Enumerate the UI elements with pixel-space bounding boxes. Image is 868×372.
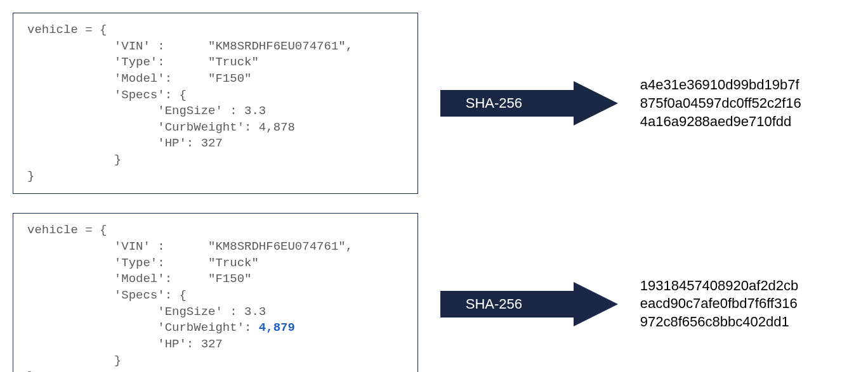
code-line: vehicle = { <box>27 223 107 237</box>
code-line: 'CurbWeight': 4,878 <box>27 120 295 134</box>
code-line: 'EngSize' : 3.3 <box>27 104 266 118</box>
hash-output-1: a4e31e36910d99bd19b7f 875f0a04597dc0ff52… <box>640 76 855 131</box>
code-line: 'Type': "Truck" <box>27 55 259 69</box>
code-line: 'VIN' : "KM8SRDHF6EU074761", <box>27 39 353 53</box>
code-line: 'Model': "F150" <box>27 272 251 286</box>
code-line: 'Model': "F150" <box>27 72 251 86</box>
arrow-label: SHA-256 <box>466 95 522 112</box>
code-line: 'CurbWeight': <box>27 321 259 335</box>
hash-output-2: 19318457408920af2d2cb eacd90c7afe0fbd7f6… <box>640 277 855 331</box>
code-line: 'EngSize' : 3.3 <box>27 305 266 319</box>
code-line: } <box>27 169 34 183</box>
hash-line: 875f0a04597dc0ff52c2f16 <box>640 94 855 113</box>
hash-example-row-1: vehicle = { 'VIN' : "KM8SRDHF6EU074761",… <box>13 13 855 194</box>
hash-line: eacd90c7afe0fbd7f6ff316 <box>640 295 855 313</box>
code-line: 'Specs': { <box>27 88 187 102</box>
hash-example-row-2: vehicle = { 'VIN' : "KM8SRDHF6EU074761",… <box>13 213 855 372</box>
code-line: } <box>27 354 121 368</box>
arrow-1: SHA-256 <box>440 81 618 125</box>
code-block-1: vehicle = { 'VIN' : "KM8SRDHF6EU074761",… <box>13 13 418 194</box>
code-line: 'HP': 327 <box>27 337 223 351</box>
hash-line: a4e31e36910d99bd19b7f <box>640 76 855 94</box>
code-line: 'HP': 327 <box>27 136 223 150</box>
code-line: 'VIN' : "KM8SRDHF6EU074761", <box>27 240 353 253</box>
hash-line: 972c8f656c8bbc402dd1 <box>640 313 855 331</box>
highlighted-value: 4,879 <box>259 321 295 335</box>
hash-line: 19318457408920af2d2cb <box>640 277 855 295</box>
code-line: } <box>27 153 121 167</box>
code-line: } <box>27 369 34 372</box>
code-block-2: vehicle = { 'VIN' : "KM8SRDHF6EU074761",… <box>13 213 418 372</box>
code-line: vehicle = { <box>27 23 107 37</box>
hash-line: 4a16a9288aed9e710fdd <box>640 113 855 131</box>
arrow-label: SHA-256 <box>466 296 522 312</box>
code-line: 'Type': "Truck" <box>27 256 259 270</box>
arrow-2: SHA-256 <box>440 282 618 326</box>
code-line: 'Specs': { <box>27 288 187 302</box>
